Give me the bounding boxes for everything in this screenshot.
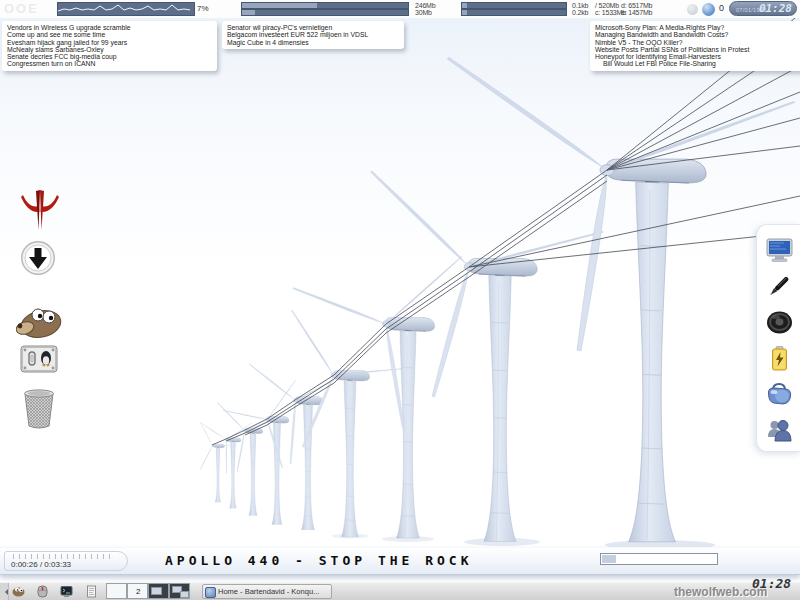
cpu-graph: [57, 2, 195, 16]
network-bars: [460, 2, 568, 14]
task-button-konqueror[interactable]: Home - Bartendavid - Konqu...: [202, 584, 332, 599]
pager-desktop-1[interactable]: [106, 583, 127, 599]
kernel-plate-icon[interactable]: [20, 344, 58, 374]
pager-desktop-2[interactable]: 2: [127, 583, 148, 599]
download-icon[interactable]: [20, 240, 56, 276]
news-feed-middle: Senator wil piracy-PC's vernietigen Belg…: [222, 21, 404, 49]
document-mini-icon[interactable]: [85, 585, 98, 598]
disk-usage-col2: d: 6517Mb e: 1457Mb: [621, 2, 652, 16]
news-item: Evesham hijack gang jailed for 99 years: [7, 39, 212, 46]
news-item: Belgacom investeert EUR 522 miljoen in V…: [227, 31, 399, 38]
news-item: Senate decries FCC big-media coup: [7, 53, 212, 60]
news-item: McNealy slams Sarbanes-Oxley: [7, 46, 212, 53]
news-item: Come up and see me some time: [7, 31, 212, 38]
globe-icon: [702, 3, 715, 16]
clock-time: 01:28: [759, 2, 792, 15]
desktop-logo: OOE: [4, 1, 39, 16]
moon-icon: [687, 4, 698, 15]
news-item: Website Posts Partial SSNs of Politician…: [595, 46, 797, 53]
pen-icon[interactable]: [766, 273, 793, 300]
memory-bars: [240, 2, 410, 14]
news-item: Magic Cube in 4 dimensies: [227, 39, 399, 46]
battery-charging-icon[interactable]: [766, 345, 793, 372]
music-player-bar: 0:00:26 / 0:03:33 APOLLO 440 - STOP THE …: [0, 547, 800, 575]
terminal-mini-icon[interactable]: [60, 585, 73, 598]
seek-bar[interactable]: [600, 553, 718, 565]
konqueror-icon: [205, 587, 216, 598]
pager-desktop-4[interactable]: [169, 583, 190, 599]
system-monitor-bar: OOE 7% 246Mb 30Mb 0.1kb 0.2kb / 520Mb c:…: [0, 0, 800, 18]
gimp-icon[interactable]: [16, 302, 62, 342]
news-item: Honeypot for Identifying Email-Harvester…: [595, 53, 797, 60]
track-title: APOLLO 440 - STOP THE ROCK: [165, 553, 473, 568]
news-item: Congressmen turn on ICANN: [7, 60, 212, 67]
toolbox-icon[interactable]: [766, 381, 793, 408]
display-icon[interactable]: [766, 237, 793, 264]
trash-icon[interactable]: [22, 388, 56, 430]
desktop: OOE 7% 246Mb 30Mb 0.1kb 0.2kb / 520Mb c:…: [0, 0, 800, 600]
speaker-icon[interactable]: [766, 309, 793, 336]
player-time: 0:00:26 / 0:03:33: [11, 560, 71, 569]
pager-desktop-number: 2: [136, 587, 140, 596]
news-item: Nimble V5 - The OQO Killer?: [595, 39, 797, 46]
wallpaper-windfarm: [0, 0, 800, 600]
dock-panel: [756, 224, 800, 452]
mouse-mini-icon[interactable]: [36, 585, 49, 598]
watermark: thewolfweb.com: [674, 585, 767, 599]
player-ruler: [13, 554, 113, 559]
pager-desktop-3[interactable]: [148, 583, 169, 599]
news-item: Managing Bandwidth and Bandwidth Costs?: [595, 31, 797, 38]
users-icon[interactable]: [766, 417, 793, 444]
network-labels: 0.1kb 0.2kb: [572, 2, 588, 16]
seek-fill: [602, 555, 616, 563]
news-feed-left: Vendors in Wireless G upgrade scramble C…: [2, 21, 217, 71]
cpu-percent-label: 7%: [197, 4, 209, 13]
news-feed-right: Microsoft-Sony Plan: A Media-Rights Play…: [590, 21, 800, 71]
memory-labels: 246Mb 30Mb: [415, 2, 435, 16]
panel-hide-button[interactable]: [0, 583, 9, 600]
quake3-icon[interactable]: [20, 188, 60, 232]
news-item: Senator wil piracy-PC's vernietigen: [227, 24, 399, 31]
gimp-mini-icon[interactable]: [12, 585, 25, 598]
task-button-label: Home - Bartendavid - Konqu...: [218, 587, 319, 596]
mail-count: 0: [719, 3, 724, 13]
news-item: Microsoft-Sony Plan: A Media-Rights Play…: [595, 24, 797, 31]
news-item: Vendors in Wireless G upgrade scramble: [7, 24, 212, 31]
clock-widget: 07/01/1988 01:28: [729, 1, 797, 16]
news-item: Bill Would Let FBI Police File-Sharing: [595, 60, 797, 67]
player-time-box[interactable]: 0:00:26 / 0:03:33: [4, 551, 128, 571]
